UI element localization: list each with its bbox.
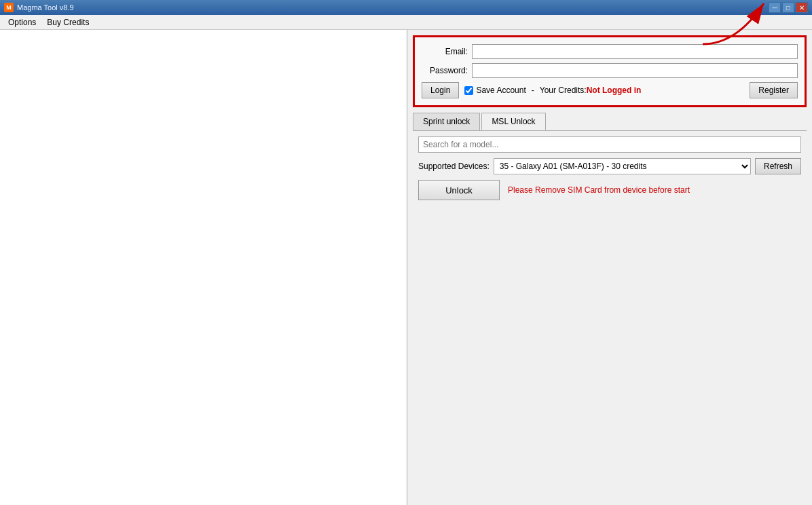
menu-options[interactable]: Options [3, 16, 41, 29]
log-panel [0, 30, 407, 505]
login-section: Email: Password: Login Save Account - Yo… [413, 35, 807, 107]
main-content: Email: Password: Login Save Account - Yo… [0, 30, 812, 505]
minimize-button[interactable]: ─ [769, 2, 781, 13]
password-row: Password: [422, 63, 798, 78]
password-label: Password: [422, 66, 468, 75]
app-icon: M [4, 3, 14, 12]
right-panel: Email: Password: Login Save Account - Yo… [407, 30, 812, 505]
search-model-input[interactable] [418, 136, 801, 153]
register-button[interactable]: Register [750, 82, 798, 98]
credits-status: Not Logged in [587, 86, 642, 95]
separator: - [532, 86, 534, 95]
devices-select[interactable]: 35 - Galaxy A01 (SM-A013F) - 30 credits [494, 158, 751, 174]
refresh-button[interactable]: Refresh [755, 158, 801, 174]
titlebar-title: Magma Tool v8.9 [17, 3, 74, 12]
tab-sprint-unlock[interactable]: Sprint unlock [413, 113, 480, 130]
unlock-warning: Please Remove SIM Card from device befor… [508, 185, 690, 195]
unlock-button[interactable]: Unlock [418, 180, 500, 200]
email-input[interactable] [472, 44, 798, 59]
supported-devices-label: Supported Devices: [418, 162, 490, 171]
menubar: Options Buy Credits [0, 15, 812, 30]
titlebar-left: M Magma Tool v8.9 [4, 3, 74, 12]
tabs-section: Sprint unlock MSL Unlock Supported Devic… [413, 113, 807, 206]
tab-content-msl: Supported Devices: 35 - Galaxy A01 (SM-A… [413, 131, 807, 206]
save-account-label: Save Account [476, 86, 525, 95]
maximize-button[interactable]: □ [782, 2, 794, 13]
email-label: Email: [422, 47, 468, 56]
unlock-row: Unlock Please Remove SIM Card from devic… [418, 180, 801, 200]
email-row: Email: [422, 44, 798, 59]
login-button[interactable]: Login [422, 82, 459, 98]
menu-buy-credits[interactable]: Buy Credits [41, 16, 94, 29]
close-button[interactable]: ✕ [796, 2, 808, 13]
tabs-bar: Sprint unlock MSL Unlock [413, 113, 807, 131]
titlebar-buttons: ─ □ ✕ [769, 2, 808, 13]
titlebar: M Magma Tool v8.9 ─ □ ✕ [0, 0, 812, 15]
credits-label: Your Credits: [540, 86, 587, 95]
save-account-group: Save Account [464, 86, 525, 95]
save-account-checkbox[interactable] [464, 86, 473, 95]
login-controls: Login Save Account - Your Credits: Not L… [422, 82, 798, 98]
devices-row: Supported Devices: 35 - Galaxy A01 (SM-A… [418, 158, 801, 174]
password-input[interactable] [472, 63, 798, 78]
tab-msl-unlock[interactable]: MSL Unlock [481, 113, 545, 130]
